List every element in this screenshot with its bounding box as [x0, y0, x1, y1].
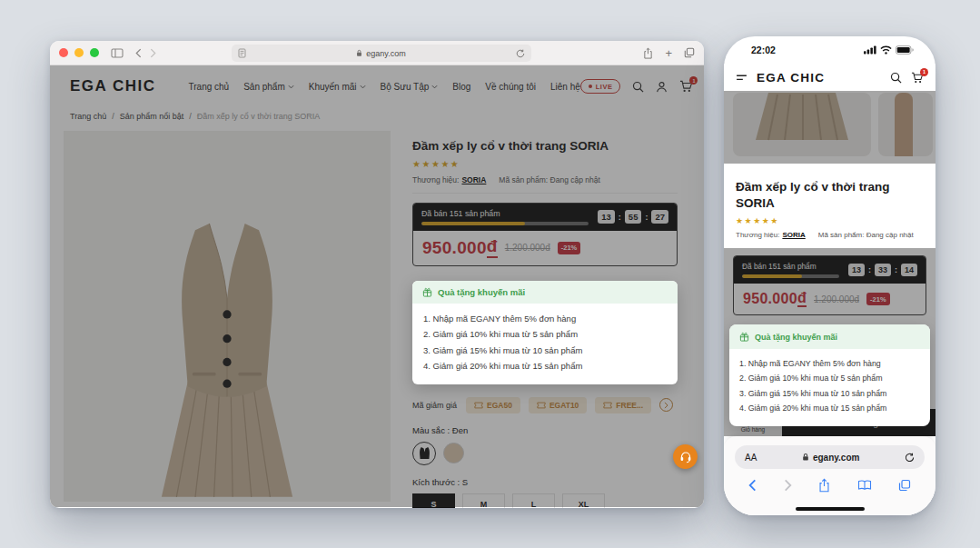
phone-site-header: EGA CHIC 1	[724, 64, 935, 91]
signal-icon	[864, 45, 876, 55]
cart-icon[interactable]: 1	[911, 72, 924, 84]
headset-icon	[679, 451, 692, 463]
brand-label: Thương hiệu:	[736, 231, 779, 239]
minimize-window-button[interactable]	[74, 48, 84, 57]
safari-toolbar: egany.com +	[50, 41, 704, 65]
menu-icon[interactable]	[736, 74, 747, 82]
share-icon[interactable]	[643, 47, 653, 59]
reader-icon[interactable]	[238, 48, 246, 58]
phone-window: 22:02 EGA CHIC 1	[724, 36, 935, 515]
sidebar-icon[interactable]	[111, 48, 124, 58]
phone-status-bar: 22:02	[724, 36, 935, 64]
bookmarks-icon[interactable]	[857, 480, 872, 491]
new-tab-icon[interactable]: +	[665, 47, 672, 59]
url-text: egany.com	[813, 453, 860, 463]
url-text: egany.com	[366, 49, 405, 58]
promo-title: Quà tặng khuyến mãi	[438, 287, 525, 297]
lock-icon	[802, 453, 809, 462]
refresh-icon[interactable]	[905, 453, 915, 463]
cart-count-badge: 1	[920, 68, 928, 76]
close-window-button[interactable]	[59, 48, 68, 57]
promo-item: 3. Giảm giá 15% khi mua từ 10 sản phẩm	[739, 386, 920, 401]
address-bar[interactable]: egany.com	[232, 45, 531, 62]
share-icon[interactable]	[818, 478, 830, 493]
back-icon[interactable]	[135, 48, 142, 58]
promo-item: 1. Nhập mã EGANY thêm 5% đơn hàng	[423, 311, 667, 327]
forward-icon[interactable]	[150, 48, 156, 58]
chat-support-button[interactable]	[673, 444, 698, 469]
promo-item: 4. Giảm giá 20% khi mua từ 15 sản phẩm	[739, 401, 920, 415]
sku-text: Mã sản phẩm: Đang cập nhật	[818, 231, 914, 239]
promo-item: 2. Giảm giá 10% khi mua từ 5 sản phẩm	[739, 371, 920, 385]
promo-item: 2. Giảm giá 10% khi mua từ 5 sản phẩm	[423, 326, 667, 343]
tab-overview-icon[interactable]	[898, 479, 911, 492]
lock-icon	[356, 49, 362, 57]
promo-item: 3. Giảm giá 15% khi mua từ 10 sản phẩm	[423, 343, 667, 359]
promo-title: Quà tặng khuyến mãi	[755, 333, 837, 342]
battery-icon	[896, 45, 914, 55]
zoom-window-button[interactable]	[90, 48, 99, 57]
webpage: EGA CHIC Trang chủ Sản phẩm Khuyến mãi B…	[50, 65, 704, 507]
rating-stars: ★★★★★	[736, 216, 924, 225]
safari-bottom-bar: AA egany.com	[724, 436, 935, 515]
address-bar[interactable]: AA egany.com	[735, 445, 925, 469]
promo-item: 1. Nhập mã EGANY thêm 5% đơn hàng	[739, 356, 920, 371]
promo-gift-card: Quà tặng khuyến mãi 1. Nhập mã EGANY thê…	[412, 281, 678, 384]
status-time: 22:02	[751, 45, 776, 55]
forward-icon[interactable]	[784, 479, 792, 492]
brand-link[interactable]: SORIA	[782, 231, 805, 239]
wifi-icon	[880, 45, 892, 55]
tab-overview-icon[interactable]	[684, 47, 695, 58]
site-logo[interactable]: EGA CHIC	[757, 71, 825, 85]
reader-text-button[interactable]: AA	[745, 453, 757, 463]
desktop-browser-window: egany.com + EGA CHIC Trang chủ Sản phẩm …	[50, 41, 704, 508]
product-title: Đầm xếp ly cổ v thời trang SORIA	[736, 179, 924, 211]
home-indicator[interactable]	[796, 507, 865, 511]
search-icon[interactable]	[890, 72, 902, 84]
refresh-icon[interactable]	[516, 49, 525, 58]
gift-icon	[739, 332, 749, 342]
promo-item: 4. Giảm giá 20% khi mua từ 15 sản phẩm	[423, 358, 667, 374]
promo-gift-card: Quà tặng khuyến mãi 1. Nhập mã EGANY thê…	[729, 324, 930, 426]
gift-icon	[422, 287, 432, 297]
product-title-block: Đầm xếp ly cổ v thời trang SORIA ★★★★★ T…	[724, 164, 935, 248]
back-icon[interactable]	[748, 479, 757, 492]
